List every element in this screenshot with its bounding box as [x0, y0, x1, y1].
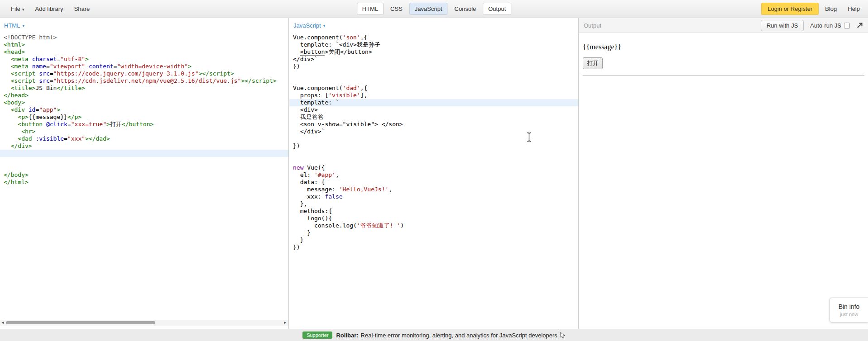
tab-javascript[interactable]: JavaScript: [409, 3, 448, 15]
code-line: el: '#app',: [293, 171, 578, 179]
code-line: console.log('爷爷知道了! '): [293, 222, 578, 229]
chevron-down-icon: ▾: [22, 24, 24, 28]
code-line: <button>关闭</button>: [293, 48, 578, 56]
code-line: methods:{: [293, 208, 578, 215]
code-line: }): [293, 142, 578, 150]
code-line: message: 'Hello,VueJs!',: [293, 186, 578, 193]
output-hr: [583, 75, 864, 76]
code-line: new Vue({: [293, 164, 578, 171]
code-line: Vue.component('son',{: [293, 34, 578, 41]
autorun-js-label: Auto-run JS: [810, 22, 841, 29]
horizontal-scrollbar[interactable]: ◄ ►: [0, 320, 288, 326]
code-line: props: ['visible'],: [293, 92, 578, 99]
output-panel: Output Run with JS Auto-run JS {{message…: [579, 18, 868, 329]
editors-workspace: HTML▾ <!DOCTYPE html><html><head> <meta …: [0, 18, 868, 329]
output-open-button[interactable]: 打开: [583, 57, 603, 69]
html-panel: HTML▾ <!DOCTYPE html><html><head> <meta …: [0, 18, 289, 329]
tab-console[interactable]: Console: [449, 3, 482, 15]
code-line: <script src="https://code.jquery.com/jqu…: [4, 70, 288, 77]
autorun-js-toggle[interactable]: Auto-run JS: [810, 22, 850, 29]
code-line: <son v-show="visible"> </son>: [293, 121, 578, 128]
code-line: <!DOCTYPE html>: [4, 34, 288, 41]
code-line: <button @click="xxx=true">打开</button>: [4, 121, 288, 128]
output-message-text: {{message}}: [583, 43, 864, 51]
code-line: 我是爸爸: [293, 114, 578, 121]
bin-info-title: Bin info: [839, 303, 860, 310]
code-line: [4, 157, 288, 164]
code-line: template: `<div>我是孙子: [293, 41, 578, 48]
chevron-down-icon: ▾: [323, 24, 326, 28]
html-editor[interactable]: <!DOCTYPE html><html><head> <meta charse…: [0, 33, 288, 186]
help-link[interactable]: Help: [843, 3, 864, 14]
code-line: <div>: [293, 106, 578, 114]
code-line: xxx: false: [293, 193, 578, 200]
bin-info-timestamp: just now: [840, 312, 858, 317]
code-line: <div id="app">: [4, 106, 288, 114]
chevron-down-icon: ▾: [22, 7, 24, 12]
code-line: [4, 164, 288, 171]
sponsor-footer: Supporter Rollbar: Real-time error monit…: [0, 329, 868, 341]
output-panel-title: Output: [584, 22, 601, 29]
code-line: <dad :visible="xxx"></dad>: [4, 135, 288, 142]
code-line: }: [293, 237, 578, 244]
code-line: <title>JS Bin</title>: [4, 85, 288, 92]
run-with-js-button[interactable]: Run with JS: [761, 20, 804, 31]
sponsor-link[interactable]: Rollbar: Real-time error monitoring, ale…: [336, 332, 565, 339]
login-register-button[interactable]: Login or Register: [761, 3, 819, 15]
add-library-button[interactable]: Add library: [30, 3, 67, 14]
javascript-panel-title: JavaScript: [293, 22, 321, 29]
tab-html[interactable]: HTML: [357, 3, 384, 15]
code-line: logo(){: [293, 215, 578, 222]
code-line: },: [293, 200, 578, 208]
code-line: </html>: [4, 179, 288, 186]
code-line: data: {: [293, 179, 578, 186]
code-line: <p>{{message}}</p>: [4, 114, 288, 121]
javascript-panel: JavaScript▾ Vue.component('son',{ templa…: [289, 18, 579, 329]
toolbar-right-menu: Login or Register Blog Help: [761, 0, 864, 18]
html-panel-title: HTML: [4, 22, 20, 29]
output-frame: {{message}} 打开: [579, 33, 868, 79]
code-line: </div>: [4, 142, 288, 150]
code-line: <html>: [4, 41, 288, 48]
code-line: </head>: [4, 92, 288, 99]
code-line: </body>: [4, 171, 288, 179]
javascript-panel-menu[interactable]: JavaScript▾: [289, 18, 578, 33]
tab-css[interactable]: CSS: [385, 3, 408, 15]
code-line: [0, 150, 288, 157]
cursor-pointer-icon: [560, 332, 566, 338]
top-toolbar: File▾ Add library Share HTMLCSSJavaScrip…: [0, 0, 868, 18]
scroll-right-arrow-icon[interactable]: ►: [283, 320, 288, 326]
code-line: Vue.component('dad',{: [293, 85, 578, 92]
tab-output[interactable]: Output: [483, 3, 511, 15]
supporter-badge[interactable]: Supporter: [302, 332, 332, 339]
popout-arrow-icon[interactable]: [856, 22, 863, 29]
toolbar-left-menu: File▾ Add library Share: [6, 0, 94, 18]
scroll-left-arrow-icon[interactable]: ◄: [0, 320, 5, 326]
share-button[interactable]: Share: [70, 3, 95, 14]
code-line: template: `: [289, 99, 578, 106]
autorun-js-checkbox[interactable]: [844, 23, 850, 28]
code-line: <head>: [4, 48, 288, 56]
code-line: <hr>: [4, 128, 288, 135]
code-line: <script src="https://cdn.jsdelivr.net/np…: [4, 77, 288, 85]
bin-info-card[interactable]: Bin info just now: [830, 298, 868, 322]
code-line: }: [293, 229, 578, 237]
code-line: }): [293, 63, 578, 70]
code-line: </div>`: [293, 56, 578, 63]
html-panel-menu[interactable]: HTML▾: [0, 18, 288, 33]
code-line: [293, 157, 578, 164]
code-line: <body>: [4, 99, 288, 106]
file-menu[interactable]: File▾: [6, 3, 29, 14]
javascript-editor[interactable]: Vue.component('son',{ template: `<div>我是…: [289, 33, 578, 251]
code-line: [293, 135, 578, 142]
code-line: <meta name="viewport" content="width=dev…: [4, 63, 288, 70]
sponsor-name: Rollbar:: [336, 332, 358, 339]
editor-tabs: HTMLCSSJavaScriptConsoleOutput: [357, 3, 512, 15]
sponsor-text: Real-time error monitoring, alerting, an…: [361, 332, 557, 339]
scrollbar-thumb[interactable]: [6, 321, 155, 324]
code-line: }): [293, 244, 578, 251]
code-line: <meta charset="utf-8">: [4, 56, 288, 63]
code-line: </div>`: [293, 128, 578, 135]
blog-link[interactable]: Blog: [820, 3, 841, 14]
code-line: [293, 77, 578, 85]
